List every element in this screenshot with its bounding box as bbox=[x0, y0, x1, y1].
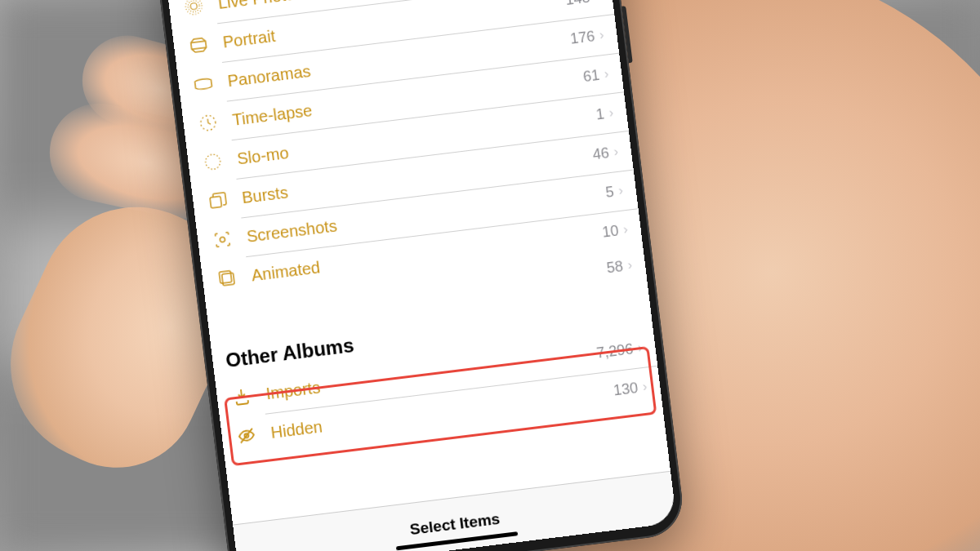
time-lapse-icon bbox=[195, 110, 220, 136]
imports-icon bbox=[229, 384, 254, 409]
chevron-right-icon: › bbox=[608, 105, 614, 121]
phone-frame: Selfies 412 › Live Photos 313 › Portrait… bbox=[155, 0, 687, 551]
chevron-right-icon: › bbox=[604, 66, 609, 82]
chevron-right-icon: › bbox=[627, 258, 633, 273]
svg-point-4 bbox=[185, 0, 203, 16]
animated-icon bbox=[215, 266, 240, 291]
album-count: 46 bbox=[591, 144, 609, 163]
chevron-right-icon: › bbox=[637, 340, 643, 356]
panoramas-icon bbox=[190, 71, 216, 96]
chevron-right-icon: › bbox=[612, 144, 618, 160]
album-count: 176 bbox=[569, 28, 595, 48]
phone-screen: Selfies 412 › Live Photos 313 › Portrait… bbox=[164, 0, 677, 551]
select-items-button[interactable]: Select Items bbox=[409, 509, 501, 538]
album-count: 61 bbox=[582, 66, 600, 85]
svg-rect-9 bbox=[222, 273, 235, 286]
svg-rect-10 bbox=[219, 271, 232, 284]
chevron-right-icon: › bbox=[617, 183, 623, 198]
album-count: 7,296 bbox=[595, 340, 634, 362]
portrait-icon bbox=[186, 33, 212, 58]
chevron-right-icon: › bbox=[599, 28, 604, 43]
chevron-right-icon: › bbox=[642, 380, 648, 395]
svg-point-6 bbox=[205, 153, 221, 170]
svg-rect-7 bbox=[210, 196, 221, 207]
hidden-icon bbox=[234, 423, 259, 448]
album-count: 148 bbox=[564, 0, 590, 9]
live-photos-icon bbox=[181, 0, 207, 19]
album-count: 1 bbox=[595, 105, 606, 123]
trailing-count: 58 bbox=[606, 258, 624, 277]
album-count: 5 bbox=[604, 183, 615, 201]
svg-point-3 bbox=[188, 0, 201, 12]
album-count: 10 bbox=[601, 222, 619, 241]
chevron-right-icon: › bbox=[594, 0, 599, 4]
chevron-right-icon: › bbox=[622, 222, 628, 238]
svg-point-8 bbox=[220, 237, 225, 242]
slo-mo-icon bbox=[200, 149, 225, 175]
album-count: 130 bbox=[612, 379, 639, 399]
svg-point-2 bbox=[190, 2, 198, 10]
screenshots-icon bbox=[210, 227, 235, 252]
bursts-icon bbox=[205, 188, 230, 213]
